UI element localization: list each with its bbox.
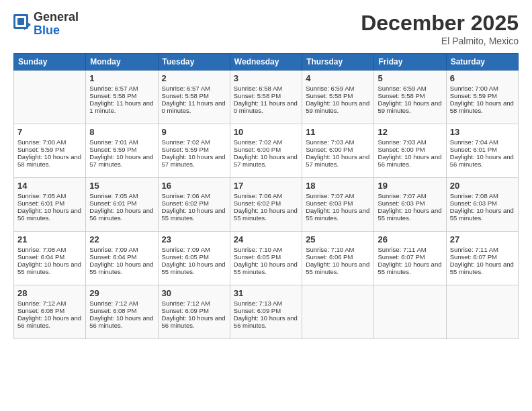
- col-sunday: Sunday: [14, 54, 86, 71]
- sunset: Sunset: 6:09 PM: [162, 307, 209, 314]
- cell-1-1: [14, 71, 86, 124]
- sunset: Sunset: 6:08 PM: [17, 307, 64, 314]
- sunset: Sunset: 6:01 PM: [89, 199, 136, 207]
- daylight: Daylight: 10 hours and 56 minutes.: [378, 153, 441, 168]
- sunset: Sunset: 6:06 PM: [306, 253, 353, 261]
- calendar-table: Sunday Monday Tuesday Wednesday Thursday…: [13, 53, 519, 339]
- week-row-1: 1Sunrise: 6:57 AMSunset: 5:58 PMDaylight…: [14, 71, 519, 124]
- sunset: Sunset: 6:01 PM: [450, 146, 497, 153]
- cell-4-3: 23Sunrise: 7:09 AMSunset: 6:05 PMDayligh…: [158, 232, 230, 285]
- logo-general: General: [34, 11, 79, 24]
- day-number: 2: [162, 73, 226, 83]
- cell-5-4: 31Sunrise: 7:13 AMSunset: 6:09 PMDayligh…: [230, 285, 302, 339]
- cell-2-3: 9Sunrise: 7:02 AMSunset: 5:59 PMDaylight…: [158, 124, 230, 178]
- header-row: Sunday Monday Tuesday Wednesday Thursday…: [14, 54, 519, 71]
- month-title: December 2025: [361, 11, 519, 36]
- sunset: Sunset: 6:05 PM: [162, 253, 209, 261]
- location: El Palmito, Mexico: [361, 36, 519, 46]
- sunrise: Sunrise: 7:02 AM: [162, 138, 210, 146]
- sunrise: Sunrise: 7:10 AM: [306, 246, 354, 253]
- daylight: Daylight: 10 hours and 57 minutes.: [234, 153, 298, 168]
- sunrise: Sunrise: 7:05 AM: [89, 192, 138, 199]
- sunrise: Sunrise: 7:02 AM: [234, 138, 282, 146]
- day-number: 11: [306, 127, 370, 137]
- daylight: Daylight: 10 hours and 55 minutes.: [378, 207, 441, 222]
- sunrise: Sunrise: 7:05 AM: [17, 192, 66, 199]
- sunset: Sunset: 6:03 PM: [378, 199, 425, 207]
- day-number: 19: [378, 181, 442, 191]
- sunrise: Sunrise: 6:59 AM: [306, 85, 354, 92]
- sunset: Sunset: 6:02 PM: [234, 199, 281, 207]
- calendar-page: General Blue December 2025 El Palmito, M…: [0, 0, 532, 411]
- sunrise: Sunrise: 7:06 AM: [234, 192, 282, 199]
- cell-2-4: 10Sunrise: 7:02 AMSunset: 6:00 PMDayligh…: [230, 124, 302, 178]
- daylight: Daylight: 10 hours and 56 minutes.: [89, 314, 153, 329]
- sunrise: Sunrise: 6:57 AM: [89, 85, 138, 92]
- cell-4-6: 26Sunrise: 7:11 AMSunset: 6:07 PMDayligh…: [374, 232, 446, 285]
- sunset: Sunset: 5:59 PM: [450, 92, 497, 99]
- sunset: Sunset: 5:58 PM: [162, 92, 209, 99]
- daylight: Daylight: 10 hours and 55 minutes.: [17, 261, 81, 275]
- daylight: Daylight: 10 hours and 55 minutes.: [450, 261, 514, 275]
- cell-1-3: 2Sunrise: 6:57 AMSunset: 5:58 PMDaylight…: [158, 71, 230, 124]
- cell-1-7: 6Sunrise: 7:00 AMSunset: 5:59 PMDaylight…: [446, 71, 518, 124]
- day-number: 13: [450, 127, 515, 137]
- col-monday: Monday: [86, 54, 158, 71]
- sunrise: Sunrise: 7:09 AM: [162, 246, 210, 253]
- daylight: Daylight: 11 hours and 0 minutes.: [162, 99, 226, 114]
- sunset: Sunset: 5:59 PM: [17, 146, 64, 153]
- daylight: Daylight: 10 hours and 59 minutes.: [306, 99, 369, 114]
- day-number: 1: [89, 73, 154, 83]
- daylight: Daylight: 10 hours and 55 minutes.: [234, 261, 298, 275]
- cell-1-4: 3Sunrise: 6:58 AMSunset: 5:58 PMDaylight…: [230, 71, 302, 124]
- sunrise: Sunrise: 7:00 AM: [450, 85, 498, 92]
- sunrise: Sunrise: 7:10 AM: [234, 246, 282, 253]
- col-tuesday: Tuesday: [158, 54, 230, 71]
- daylight: Daylight: 10 hours and 57 minutes.: [162, 153, 226, 168]
- sunset: Sunset: 6:07 PM: [450, 253, 497, 261]
- cell-5-1: 28Sunrise: 7:12 AMSunset: 6:08 PMDayligh…: [14, 285, 86, 339]
- day-number: 25: [306, 234, 370, 244]
- sunrise: Sunrise: 7:01 AM: [89, 138, 138, 146]
- day-number: 16: [162, 181, 226, 191]
- daylight: Daylight: 10 hours and 56 minutes.: [17, 314, 81, 329]
- logo-blue: Blue: [34, 24, 79, 38]
- cell-3-6: 19Sunrise: 7:07 AMSunset: 6:03 PMDayligh…: [374, 178, 446, 232]
- cell-5-5: [302, 285, 374, 339]
- cell-4-2: 22Sunrise: 7:09 AMSunset: 6:04 PMDayligh…: [86, 232, 158, 285]
- sunrise: Sunrise: 6:58 AM: [234, 85, 282, 92]
- svg-rect-3: [17, 18, 24, 25]
- day-number: 29: [89, 288, 154, 298]
- cell-3-4: 17Sunrise: 7:06 AMSunset: 6:02 PMDayligh…: [230, 178, 302, 232]
- day-number: 6: [450, 73, 515, 83]
- logo-text: General Blue: [34, 11, 79, 38]
- sunrise: Sunrise: 7:08 AM: [450, 192, 498, 199]
- sunset: Sunset: 5:58 PM: [234, 92, 281, 99]
- sunrise: Sunrise: 7:04 AM: [450, 138, 498, 146]
- cell-5-6: [374, 285, 446, 339]
- daylight: Daylight: 10 hours and 56 minutes.: [234, 314, 298, 329]
- day-number: 20: [450, 181, 515, 191]
- day-number: 15: [89, 181, 154, 191]
- col-wednesday: Wednesday: [230, 54, 302, 71]
- sunset: Sunset: 6:04 PM: [17, 253, 64, 261]
- daylight: Daylight: 10 hours and 58 minutes.: [17, 153, 81, 168]
- daylight: Daylight: 10 hours and 55 minutes.: [89, 261, 153, 275]
- cell-5-2: 29Sunrise: 7:12 AMSunset: 6:08 PMDayligh…: [86, 285, 158, 339]
- daylight: Daylight: 10 hours and 56 minutes.: [89, 207, 153, 222]
- cell-2-6: 12Sunrise: 7:03 AMSunset: 6:00 PMDayligh…: [374, 124, 446, 178]
- col-saturday: Saturday: [446, 54, 518, 71]
- col-friday: Friday: [374, 54, 446, 71]
- sunset: Sunset: 5:58 PM: [89, 92, 136, 99]
- cell-4-4: 24Sunrise: 7:10 AMSunset: 6:05 PMDayligh…: [230, 232, 302, 285]
- day-number: 28: [17, 288, 82, 298]
- day-number: 4: [306, 73, 370, 83]
- sunset: Sunset: 6:00 PM: [378, 146, 425, 153]
- sunset: Sunset: 6:09 PM: [234, 307, 281, 314]
- day-number: 5: [378, 73, 442, 83]
- daylight: Daylight: 10 hours and 57 minutes.: [89, 153, 153, 168]
- sunset: Sunset: 6:01 PM: [17, 199, 64, 207]
- day-number: 18: [306, 181, 370, 191]
- sunrise: Sunrise: 7:09 AM: [89, 246, 138, 253]
- cell-3-1: 14Sunrise: 7:05 AMSunset: 6:01 PMDayligh…: [14, 178, 86, 232]
